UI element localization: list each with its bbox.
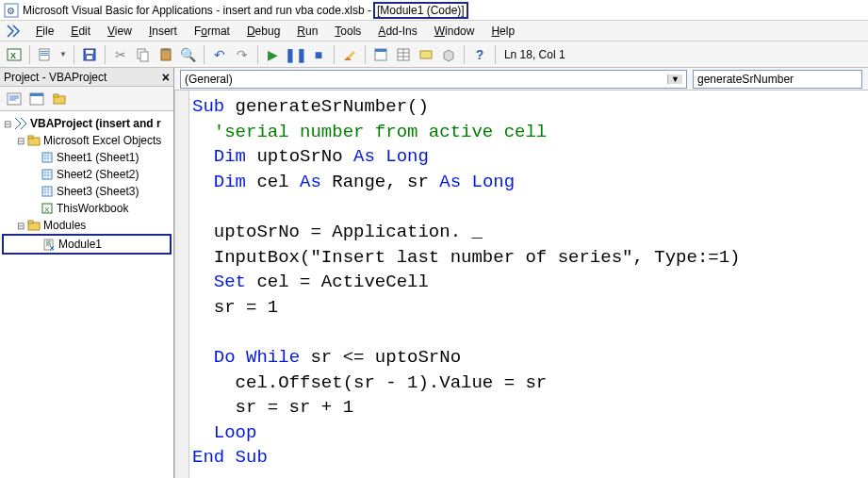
menu-format[interactable]: Format bbox=[187, 23, 237, 40]
cursor-position: Ln 18, Col 1 bbox=[504, 48, 565, 61]
code-line[interactable]: Do While sr <= uptoSrNo bbox=[192, 345, 868, 371]
svg-rect-6 bbox=[41, 51, 48, 52]
properties-button[interactable] bbox=[393, 44, 414, 65]
code-editor[interactable]: Sub generateSrNumber() 'serial number fr… bbox=[174, 91, 868, 478]
code-line[interactable]: Dim uptoSrNo As Long bbox=[192, 144, 868, 170]
run-button[interactable]: ▶ bbox=[263, 44, 284, 65]
break-button[interactable]: ❚❚ bbox=[286, 44, 306, 65]
tree-module1[interactable]: Module1 bbox=[2, 234, 172, 255]
code-line[interactable]: sr = sr + 1 bbox=[192, 395, 868, 420]
code-dropdown-bar: (General) ▼ generateSrNumber bbox=[174, 68, 868, 91]
chevron-down-icon: ▼ bbox=[667, 74, 682, 84]
title-bar: ⚙ Microsoft Visual Basic for Application… bbox=[0, 0, 868, 21]
code-line[interactable]: Dim cel As Range, sr As Long bbox=[192, 170, 868, 195]
menu-bar: File Edit View Insert Format Debug Run T… bbox=[0, 21, 868, 41]
tree-label: Sheet2 (Sheet2) bbox=[57, 168, 139, 181]
tree-root[interactable]: ⊟ VBAProject (insert and r bbox=[2, 115, 172, 132]
save-button[interactable] bbox=[79, 44, 100, 65]
svg-rect-7 bbox=[41, 53, 48, 54]
tree-label: ThisWorkbook bbox=[57, 202, 128, 215]
code-line[interactable] bbox=[192, 320, 868, 345]
undo-button[interactable]: ↶ bbox=[209, 44, 230, 65]
svg-rect-29 bbox=[42, 187, 52, 196]
tree-sheet3[interactable]: Sheet3 (Sheet3) bbox=[2, 183, 172, 200]
object-dropdown[interactable]: (General) ▼ bbox=[180, 70, 687, 89]
svg-text:X: X bbox=[44, 206, 50, 214]
vba-icon bbox=[6, 24, 21, 39]
project-toolbar bbox=[0, 87, 173, 111]
code-area: (General) ▼ generateSrNumber Sub generat… bbox=[174, 68, 868, 478]
svg-text:⚙: ⚙ bbox=[7, 6, 15, 16]
code-line[interactable]: Sub generateSrNumber() bbox=[192, 94, 868, 120]
code-line[interactable] bbox=[192, 194, 868, 220]
menu-view[interactable]: View bbox=[100, 23, 139, 40]
paste-button[interactable] bbox=[156, 44, 176, 65]
dropdown-value: generateSrNumber bbox=[697, 73, 794, 86]
menu-debug[interactable]: Debug bbox=[239, 23, 287, 40]
app-icon: ⚙ bbox=[4, 3, 19, 18]
svg-rect-28 bbox=[42, 170, 52, 179]
svg-rect-10 bbox=[86, 50, 93, 54]
cut-button[interactable]: ✂ bbox=[110, 44, 131, 65]
code-line[interactable]: End Sub bbox=[192, 445, 868, 470]
svg-rect-15 bbox=[163, 48, 169, 51]
svg-rect-22 bbox=[30, 93, 43, 96]
view-excel-button[interactable]: X bbox=[4, 44, 25, 65]
project-icon bbox=[13, 116, 28, 131]
svg-rect-19 bbox=[420, 51, 432, 58]
title-text: Microsoft Visual Basic for Applications … bbox=[23, 4, 371, 17]
menu-run[interactable]: Run bbox=[289, 23, 325, 40]
svg-rect-11 bbox=[87, 56, 92, 59]
insert-module-button[interactable] bbox=[35, 44, 56, 65]
expander-icon[interactable]: ⊟ bbox=[15, 221, 26, 231]
code-line[interactable]: 'serial number from active cell bbox=[192, 120, 868, 145]
tree-modules[interactable]: ⊟ Modules bbox=[2, 217, 172, 234]
menu-help[interactable]: Help bbox=[483, 23, 522, 40]
procedure-dropdown[interactable]: generateSrNumber bbox=[693, 70, 862, 89]
svg-rect-8 bbox=[41, 55, 48, 56]
find-button[interactable]: 🔍 bbox=[178, 44, 199, 65]
menu-tools[interactable]: Tools bbox=[327, 23, 368, 40]
help-button[interactable]: ? bbox=[469, 44, 490, 65]
code-line[interactable]: Loop bbox=[192, 420, 868, 446]
code-line[interactable]: InputBox("Insert last number of series",… bbox=[192, 245, 868, 271]
copy-button[interactable] bbox=[133, 44, 154, 65]
reset-button[interactable]: ■ bbox=[308, 44, 329, 65]
folder-icon bbox=[26, 133, 41, 148]
tree-label: VBAProject (insert and r bbox=[30, 117, 161, 130]
expander-icon[interactable]: ⊟ bbox=[15, 136, 26, 146]
module-icon bbox=[41, 237, 57, 252]
svg-rect-26 bbox=[28, 136, 33, 139]
insert-dropdown[interactable]: ▼ bbox=[57, 50, 69, 58]
workbook-icon: X bbox=[40, 201, 55, 216]
svg-rect-27 bbox=[42, 153, 52, 162]
menu-insert[interactable]: Insert bbox=[141, 23, 185, 40]
code-line[interactable]: sr = 1 bbox=[192, 295, 868, 321]
object-browser-button[interactable] bbox=[416, 44, 436, 65]
svg-text:X: X bbox=[10, 51, 16, 60]
tree-sheet1[interactable]: Sheet1 (Sheet1) bbox=[2, 149, 172, 166]
code-line[interactable]: uptoSrNo = Application. _ bbox=[192, 220, 868, 245]
tree-excel-objects[interactable]: ⊟ Microsoft Excel Objects bbox=[2, 132, 172, 149]
title-module-highlight: [Module1 (Code)] bbox=[373, 2, 468, 19]
view-object-button[interactable] bbox=[26, 89, 47, 109]
menu-edit[interactable]: Edit bbox=[63, 23, 98, 40]
close-panel-button[interactable]: × bbox=[162, 70, 170, 85]
menu-addins[interactable]: Add-Ins bbox=[370, 23, 424, 40]
folder-icon bbox=[26, 218, 41, 233]
code-line[interactable]: Set cel = ActiveCell bbox=[192, 270, 868, 295]
toggle-folders-button[interactable] bbox=[49, 89, 70, 109]
menu-window[interactable]: Window bbox=[427, 23, 483, 40]
design-mode-button[interactable] bbox=[339, 44, 360, 65]
expander-icon[interactable]: ⊟ bbox=[2, 119, 13, 129]
project-explorer-button[interactable] bbox=[370, 44, 391, 65]
tree-sheet2[interactable]: Sheet2 (Sheet2) bbox=[2, 166, 172, 183]
toolbox-button[interactable] bbox=[438, 44, 459, 65]
tree-label: Module1 bbox=[58, 238, 102, 251]
redo-button[interactable]: ↷ bbox=[232, 44, 253, 65]
tree-label: Microsoft Excel Objects bbox=[43, 134, 161, 147]
code-line[interactable]: cel.Offset(sr - 1).Value = sr bbox=[192, 371, 868, 396]
tree-thisworkbook[interactable]: X ThisWorkbook bbox=[2, 200, 172, 217]
view-code-button[interactable] bbox=[4, 89, 25, 109]
menu-file[interactable]: File bbox=[28, 23, 61, 40]
